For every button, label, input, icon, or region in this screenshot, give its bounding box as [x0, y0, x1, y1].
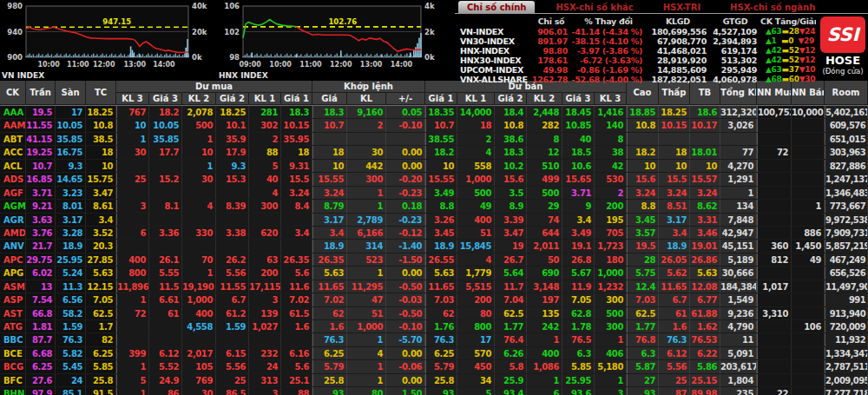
cell: 1,000 — [347, 320, 386, 332]
ticker-ACL[interactable]: ACL — [0, 160, 26, 172]
board-row-ASP[interactable]: ASP7.546.567.0516.611,0006.737.027.0247-… — [0, 293, 868, 306]
board-row-BBC[interactable]: BBC87.776.38276.31-5.7076.31776.4176.517… — [0, 333, 868, 346]
ticker-BFC[interactable]: BFC — [0, 374, 26, 386]
ticker-APG[interactable]: APG — [0, 267, 26, 279]
board-row-ABT[interactable]: ABT41.1535.8538.5135.85135.9235.9538.552… — [0, 133, 868, 146]
cell: 6.02 — [26, 267, 56, 279]
ticker-ASP[interactable]: ASP — [0, 293, 26, 306]
ticker-ACC[interactable]: ACC — [0, 146, 26, 158]
ticker-ANV[interactable]: ANV — [0, 240, 26, 252]
cell — [792, 214, 825, 226]
tab-1[interactable]: HSX-chỉ số khác — [547, 1, 641, 13]
tab-3[interactable]: HSX-chỉ số ngành — [721, 1, 824, 13]
flat-count: ▬52 — [782, 56, 799, 65]
board-row-ACC[interactable]: ACC19.2516.75183017.71017.9881818300.001… — [0, 146, 868, 159]
index-row-HNX30-INDEX[interactable]: HNX30-INDEX178.61-6.72 (-3.63%)28,919,92… — [455, 56, 816, 65]
cell: 17.9 — [216, 146, 249, 158]
tab-0[interactable]: Chỉ số chính — [458, 1, 535, 13]
down-count: ▼300 — [799, 75, 816, 84]
cell: 8.62 — [690, 200, 720, 212]
index-cell: 98.80 — [531, 46, 571, 56]
board-row-BFC[interactable]: BFC27.62425.8524.97692531325.125.810.002… — [0, 374, 868, 387]
ticker-AGF[interactable]: AGF — [0, 187, 26, 199]
col-header-kl2: KL 2 — [527, 93, 562, 105]
ticker-ATG[interactable]: ATG — [0, 320, 26, 332]
cell: 25.15 — [690, 374, 720, 386]
cell — [216, 333, 249, 346]
ticker-AST[interactable]: AST — [0, 307, 26, 319]
tab-2[interactable]: HSX-TRI — [654, 1, 709, 13]
up-count: ▲1 — [766, 36, 777, 46]
board-row-AGM[interactable]: AGM9.218.018.6138.148.393008.48.7910.188… — [0, 200, 868, 213]
cell: 7,909,731 — [825, 227, 868, 239]
board-row-AAM[interactable]: AAM11.5510.0510.81010.0550010.130210.151… — [0, 119, 868, 132]
cell: 1,000 — [182, 293, 216, 306]
index-row-VN-INDEX[interactable]: VN-INDEX906.01-41.14 (-4.34 %)180,699,55… — [455, 27, 816, 36]
cell: 5.45 — [56, 360, 86, 372]
index-cell: -38.15 (-4.10 %) — [571, 36, 646, 46]
down-count: ▼29 — [798, 36, 814, 46]
cell: 6.56 — [56, 293, 86, 306]
cell: 4 — [182, 200, 216, 212]
cell: 29.75 — [26, 253, 56, 266]
cell: 5.55 — [149, 267, 182, 279]
col-header-nnmua: NN Mua — [757, 81, 792, 105]
board-row-AST[interactable]: AST66.858.262.5726140061.213961.56251-0.… — [0, 307, 868, 320]
ticker-AAA[interactable]: AAA — [0, 106, 26, 118]
cell: 6.3 — [562, 347, 595, 359]
cell: 8.01 — [56, 200, 86, 212]
ticker-APC[interactable]: APC — [0, 253, 26, 266]
ticker-BCE[interactable]: BCE — [0, 347, 26, 359]
ticker-AAM[interactable]: AAM — [0, 119, 26, 131]
index-row-UPCOM-INDEX[interactable]: UPCOM-INDEX49.98-0.86 (-1.69 %)14,885,60… — [455, 65, 816, 75]
board-row-AGF[interactable]: AGF3.713.233.4743.243.241-0.233.495003.5… — [0, 187, 868, 200]
ticker-ADS[interactable]: ADS — [0, 173, 26, 185]
ticker-AMD[interactable]: AMD — [0, 227, 26, 239]
cell: 51 — [457, 227, 495, 239]
board-row-APG[interactable]: APG6.025.245.638005.5515.562005.65.6310.… — [0, 267, 868, 280]
cell: 16.85 — [26, 173, 56, 185]
cell: 42 — [595, 160, 627, 172]
cell: 10.8 — [627, 119, 659, 131]
cell — [792, 307, 825, 319]
cell: 767 — [116, 106, 149, 118]
col-header-kl1: KL 1 — [249, 93, 281, 105]
cell: 467,249 — [825, 253, 868, 266]
cell: 27.85 — [86, 253, 116, 266]
ticker-BCG[interactable]: BCG — [0, 360, 26, 372]
ticker-AGM[interactable]: AGM — [0, 200, 26, 212]
cell: 769 — [182, 374, 216, 386]
ticker-AGR[interactable]: AGR — [0, 214, 26, 226]
board-row-APC[interactable]: APC29.7525.9527.8540026.17026.26326.3526… — [0, 253, 868, 267]
board-row-BHN[interactable]: BHN97.985.191.51863086.538893801.5093593… — [0, 387, 868, 395]
board-row-ADS[interactable]: ADS16.8514.6515.752515.23015.34015.515.5… — [0, 173, 868, 186]
cell: 1 — [595, 374, 627, 386]
board-row-AGR[interactable]: AGR3.633.173.43.172,789-0.233.264003.397… — [0, 214, 868, 227]
cell: 93 — [312, 387, 347, 395]
ticker-ABT[interactable]: ABT — [0, 133, 26, 145]
ticker-BHN[interactable]: BHN — [0, 387, 26, 395]
cell: 235 — [720, 387, 757, 395]
cell: 3.4 — [281, 227, 312, 239]
cell: 7.02 — [281, 293, 312, 306]
index-row-VNX-ALLSHARE[interactable]: VNX-ALLSHARE1262.78-52.68 (-4.00 %)187,8… — [455, 75, 816, 84]
cell: 6.26 — [495, 347, 527, 359]
board-row-BCG[interactable]: BCG6.255.455.8515.521055.56245.65.791-0.… — [0, 360, 868, 373]
index-row-HNX-INDEX[interactable]: HNX-INDEX98.80-3.97 (-3.86 %)41,468,0216… — [455, 46, 816, 56]
index-row-VN30-INDEX[interactable]: VN30-INDEX891.97-38.15 (-4.10 %)67,908,7… — [455, 36, 816, 46]
ticker-BBC[interactable]: BBC — [0, 333, 26, 346]
board-row-AMD[interactable]: AMD3.763.283.5263.363303.386203.43.46,16… — [0, 227, 868, 240]
ticker-ASM[interactable]: ASM — [0, 280, 26, 293]
cell: 0.00 — [386, 267, 425, 279]
cell: 6.15 — [216, 347, 249, 359]
board-row-ANV[interactable]: ANV21.718.920.318.9314-1.4018.915,845192… — [0, 240, 868, 253]
cell: 1.62 — [690, 320, 720, 332]
cell: 620 — [249, 227, 281, 239]
board-row-ACL[interactable]: ACL10.79.31019.359.31104420.001055810.25… — [0, 160, 868, 173]
board-row-AAA[interactable]: AAA19.51718.2576718.22,07818.2528118.318… — [0, 106, 868, 119]
cell: 6.68 — [26, 347, 56, 359]
board-row-ATG[interactable]: ATG1.811.591.74,5581.591,0271.61.61,000-… — [0, 320, 868, 333]
cell: 11.7 — [495, 280, 527, 293]
board-row-BCE[interactable]: BCE6.685.826.253996.122,0176.152326.166.… — [0, 347, 868, 360]
board-row-ASM[interactable]: ASM1311.312.1511,89611.519,19011.5517,11… — [0, 280, 868, 293]
